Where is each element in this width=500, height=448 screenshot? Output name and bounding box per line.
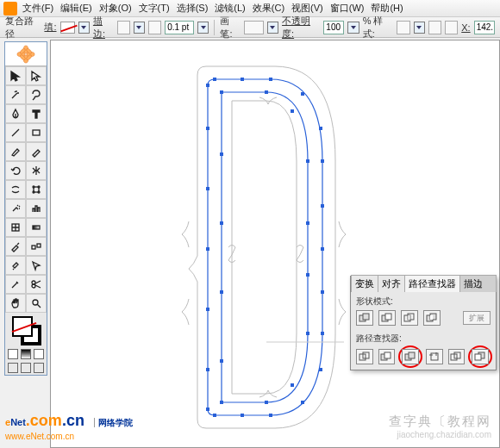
exclude-button[interactable]	[423, 310, 441, 326]
canvas[interactable]	[50, 40, 500, 448]
svg-rect-55	[291, 383, 294, 387]
stroke-weight-dropdown[interactable]	[197, 22, 209, 34]
selection-tool[interactable]	[5, 66, 26, 85]
style-dropdown[interactable]	[414, 22, 425, 34]
magic-wand-tool[interactable]	[5, 85, 26, 104]
svg-rect-78	[475, 354, 481, 360]
misc-icon-2[interactable]	[445, 21, 458, 34]
svg-point-19	[32, 284, 35, 288]
rotate-tool[interactable]	[5, 161, 26, 180]
line-tool[interactable]	[5, 123, 26, 142]
brush-dropdown[interactable]	[267, 22, 278, 34]
svg-rect-16	[32, 246, 35, 249]
unite-button[interactable]	[356, 310, 373, 326]
pen-tool[interactable]	[5, 104, 26, 123]
toolbox	[4, 41, 47, 376]
zoom-tool[interactable]	[26, 294, 47, 313]
gradient-tool[interactable]	[26, 218, 47, 237]
gradient-mode-icon[interactable]	[21, 349, 31, 359]
tab-stroke[interactable]: 描边	[459, 275, 497, 292]
lasso-tool[interactable]	[26, 85, 47, 104]
expand-button[interactable]: 扩展	[463, 311, 491, 325]
panel-tabs: 变换 对齐 路径查找器 描边	[351, 277, 496, 292]
fill-stroke-control[interactable]	[5, 313, 47, 347]
svg-rect-25	[319, 127, 322, 130]
color-mode-icon[interactable]	[8, 349, 18, 359]
opacity-field[interactable]: 100	[323, 21, 344, 34]
style-swatch[interactable]	[397, 21, 409, 34]
menu-effect[interactable]: 效果(C)	[253, 2, 284, 15]
fill-box-icon[interactable]	[12, 316, 33, 337]
eyedropper-tool[interactable]	[5, 237, 26, 256]
artwork-letter-d	[128, 49, 370, 445]
menu-edit[interactable]: 编辑(E)	[60, 2, 92, 15]
brush-swatch[interactable]	[244, 21, 264, 34]
live-paint-tool[interactable]	[5, 256, 26, 275]
svg-rect-30	[321, 332, 324, 335]
screen-mode-normal-icon[interactable]	[8, 363, 18, 373]
menu-select[interactable]: 选择(S)	[177, 2, 209, 15]
none-mode-icon[interactable]	[34, 349, 44, 359]
svg-rect-15	[33, 226, 40, 229]
hand-tool[interactable]	[5, 294, 26, 313]
svg-rect-54	[306, 332, 309, 335]
options-bar: 复合路径 填: 描边: 0.1 pt 画笔: 不透明度: 100 % 样式: X…	[0, 17, 500, 38]
fill-swatch[interactable]	[60, 22, 75, 34]
blend-tool[interactable]	[26, 237, 47, 256]
merge-button[interactable]	[402, 349, 419, 364]
tab-transform[interactable]: 变换	[351, 275, 378, 292]
svg-rect-51	[306, 159, 309, 163]
menu-window[interactable]: 窗口(W)	[330, 2, 365, 15]
screen-mode-full-icon[interactable]	[21, 363, 31, 373]
pathfinder-panel[interactable]: 变换 对齐 路径查找器 描边 形状模式: 扩展 路径查找器:	[350, 276, 497, 370]
minus-back-button[interactable]	[472, 349, 489, 364]
free-transform-tool[interactable]	[26, 180, 47, 199]
paintbrush-tool[interactable]	[5, 142, 26, 161]
menu-help[interactable]: 帮助(H)	[371, 2, 403, 15]
divide-button[interactable]	[356, 349, 373, 364]
x-field[interactable]: 142.	[474, 21, 495, 34]
svg-rect-41	[206, 127, 209, 130]
svg-rect-40	[206, 187, 209, 190]
opacity-dropdown[interactable]	[347, 22, 359, 34]
symbol-sprayer-tool[interactable]	[5, 199, 26, 218]
menu-file[interactable]: 文件(F)	[22, 2, 53, 15]
screen-mode-presentation-icon[interactable]	[34, 363, 44, 373]
scissors-tool[interactable]	[26, 275, 47, 294]
pencil-tool[interactable]	[26, 142, 47, 161]
mesh-tool[interactable]	[5, 218, 26, 237]
minus-front-button[interactable]	[378, 310, 396, 326]
svg-rect-64	[408, 315, 410, 320]
menu-object[interactable]: 对象(O)	[99, 2, 132, 15]
direct-selection-tool[interactable]	[26, 66, 47, 85]
misc-icon-1[interactable]	[428, 21, 441, 34]
slice-tool[interactable]	[5, 275, 26, 294]
stroke-dropdown[interactable]	[134, 22, 145, 34]
stroke-weight-field[interactable]: 0.1 pt	[165, 21, 194, 34]
svg-rect-37	[206, 368, 209, 371]
svg-rect-38	[206, 308, 209, 311]
crop-button[interactable]	[426, 349, 443, 364]
fill-dropdown[interactable]	[78, 22, 90, 34]
stroke-swatch[interactable]	[117, 21, 130, 34]
graph-tool[interactable]	[26, 199, 47, 218]
svg-rect-36	[206, 408, 209, 411]
opacity-suffix: % 样式:	[363, 15, 394, 40]
outline-button[interactable]	[448, 349, 466, 364]
separator	[214, 20, 215, 35]
reflect-tool[interactable]	[26, 161, 47, 180]
type-tool[interactable]	[26, 104, 47, 123]
menu-type[interactable]: 文字(T)	[139, 2, 170, 15]
menu-filter[interactable]: 滤镜(L)	[215, 2, 245, 15]
rectangle-tool[interactable]	[26, 123, 47, 142]
trim-button[interactable]	[378, 349, 396, 364]
svg-rect-34	[241, 414, 244, 417]
warp-tool[interactable]	[5, 180, 26, 199]
menu-view[interactable]: 视图(V)	[291, 2, 323, 15]
live-paint-selection-tool[interactable]	[26, 256, 47, 275]
intersect-button[interactable]	[401, 310, 418, 326]
tab-pathfinder[interactable]: 路径查找器	[404, 275, 460, 292]
tab-align[interactable]: 对齐	[378, 275, 405, 292]
watermark-right-title: 查字典〔教程网	[389, 414, 491, 430]
stroke-weight-icon[interactable]	[148, 21, 161, 34]
